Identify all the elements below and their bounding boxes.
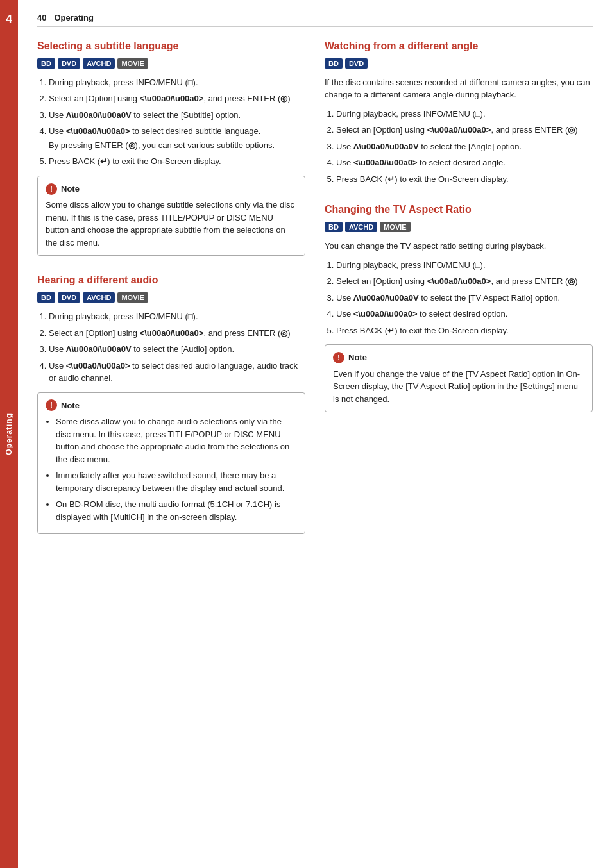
angle-heading: Watching from a different angle [325, 40, 593, 53]
page-container: 4 Operating 40 Operating Selecting a sub… [0, 0, 612, 868]
subtitle-note-icon: ! [46, 183, 57, 195]
aspect-step-2: Select an [Option] using <\u00a0/\u00a0>… [336, 275, 593, 288]
page-title-header: Operating [54, 13, 93, 22]
aspect-note-header: ! Note [333, 351, 584, 364]
audio-heading: Hearing a different audio [37, 274, 305, 287]
aspect-badges: BD AVCHD MOVIE [325, 222, 593, 232]
subtitle-note-box: ! Note Some discs allow you to change su… [37, 176, 305, 256]
angle-step-3: Use Λ\u00a0/\u00a0V to select the [Angle… [336, 140, 593, 153]
subtitle-step-3: Use Λ\u00a0/\u00a0V to select the [Subti… [49, 109, 305, 122]
aspect-heading: Changing the TV Aspect Ratio [325, 203, 593, 217]
audio-steps: During playback, press INFO/MENU (□). Se… [49, 310, 305, 385]
badge-dvd-angle: DVD [345, 58, 368, 69]
section-angle: Watching from a different angle BD DVD I… [325, 40, 593, 185]
angle-step-2: Select an [Option] using <\u00a0/\u00a0>… [336, 124, 593, 137]
audio-badges: BD DVD AVCHD MOVIE [37, 292, 305, 303]
side-tab-label: Operating [4, 413, 13, 455]
section-subtitle: Selecting a subtitle language BD DVD AVC… [37, 40, 305, 256]
subtitle-note-header: ! Note [46, 183, 297, 196]
audio-note-bullets: Some discs allow you to change audio sel… [56, 415, 297, 523]
side-tab-number: 4 [6, 13, 12, 26]
main-content: 40 Operating Selecting a subtitle langua… [18, 0, 612, 868]
subtitle-step-1: During playback, press INFO/MENU (□). [49, 76, 305, 89]
angle-step-5: Press BACK (↵) to exit the On-Screen dis… [336, 173, 593, 186]
angle-badges: BD DVD [325, 58, 593, 69]
badge-dvd-subtitle: DVD [58, 58, 80, 69]
audio-step-1: During playback, press INFO/MENU (□). [49, 310, 305, 323]
audio-step-3: Use Λ\u00a0/\u00a0V to select the [Audio… [49, 343, 305, 356]
section-aspect: Changing the TV Aspect Ratio BD AVCHD MO… [325, 203, 593, 412]
audio-step-4: Use <\u00a0/\u00a0> to select desired au… [49, 360, 305, 385]
subtitle-note-text: Some discs allow you to change subtitle … [46, 199, 297, 249]
audio-note-bullet-2: Immediately after you have switched soun… [56, 469, 297, 494]
badge-movie-audio: MOVIE [117, 292, 148, 303]
aspect-intro: You can change the TV aspect ratio setti… [325, 240, 593, 253]
subtitle-step-4: Use <\u00a0/\u00a0> to select desired su… [49, 125, 305, 151]
aspect-note-box: ! Note Even if you change the value of t… [325, 344, 593, 412]
aspect-note-title: Note [348, 351, 367, 364]
col-right: Watching from a different angle BD DVD I… [325, 40, 593, 534]
subtitle-steps: During playback, press INFO/MENU (□). Se… [49, 76, 305, 168]
aspect-step-3: Use Λ\u00a0/\u00a0V to select the [TV As… [336, 292, 593, 305]
badge-avchd-audio: AVCHD [83, 292, 115, 303]
subtitle-step-2: Select an [Option] using <\u00a0/\u00a0>… [49, 92, 305, 105]
badge-avchd-subtitle: AVCHD [83, 58, 115, 69]
angle-intro: If the disc contains scenes recorded at … [325, 76, 593, 101]
aspect-step-5: Press BACK (↵) to exit the On-Screen dis… [336, 324, 593, 337]
page-number: 40 [37, 13, 46, 22]
section-audio: Hearing a different audio BD DVD AVCHD M… [37, 274, 305, 534]
subtitle-heading: Selecting a subtitle language [37, 40, 305, 53]
audio-note-title: Note [61, 399, 80, 412]
audio-note-box: ! Note Some discs allow you to change au… [37, 392, 305, 535]
aspect-step-4: Use <\u00a0/\u00a0> to select desired op… [336, 308, 593, 321]
audio-note-icon: ! [46, 399, 57, 411]
aspect-note-icon: ! [333, 352, 344, 363]
angle-step-1: During playback, press INFO/MENU (□). [336, 108, 593, 121]
audio-note-bullet-3: On BD-ROM disc, the multi audio format (… [56, 498, 297, 523]
badge-avchd-aspect: AVCHD [345, 222, 377, 232]
subtitle-badges: BD DVD AVCHD MOVIE [37, 58, 305, 69]
aspect-note-text: Even if you change the value of the [TV … [333, 368, 584, 406]
badge-bd-angle: BD [325, 58, 343, 69]
aspect-steps: During playback, press INFO/MENU (□). Se… [336, 259, 593, 337]
subtitle-note-title: Note [61, 183, 80, 196]
subtitle-step-4-sub: By pressing ENTER (◎), you can set vario… [49, 139, 305, 152]
badge-dvd-audio: DVD [58, 292, 80, 303]
badge-movie-aspect: MOVIE [380, 222, 410, 232]
columns: Selecting a subtitle language BD DVD AVC… [37, 40, 593, 534]
page-header: 40 Operating [37, 13, 593, 27]
side-tab: 4 Operating [0, 0, 18, 868]
audio-note-header: ! Note [46, 399, 297, 412]
col-left: Selecting a subtitle language BD DVD AVC… [37, 40, 305, 534]
badge-movie-subtitle: MOVIE [117, 58, 148, 69]
audio-note-bullet-1: Some discs allow you to change audio sel… [56, 415, 297, 465]
angle-step-4: Use <\u00a0/\u00a0> to select desired an… [336, 156, 593, 169]
badge-bd-aspect: BD [325, 222, 343, 232]
badge-bd-audio: BD [37, 292, 55, 303]
angle-steps: During playback, press INFO/MENU (□). Se… [336, 108, 593, 186]
aspect-step-1: During playback, press INFO/MENU (□). [336, 259, 593, 272]
subtitle-step-5: Press BACK (↵) to exit the On-Screen dis… [49, 155, 305, 168]
badge-bd-subtitle: BD [37, 58, 55, 69]
audio-step-2: Select an [Option] using <\u00a0/\u00a0>… [49, 327, 305, 340]
